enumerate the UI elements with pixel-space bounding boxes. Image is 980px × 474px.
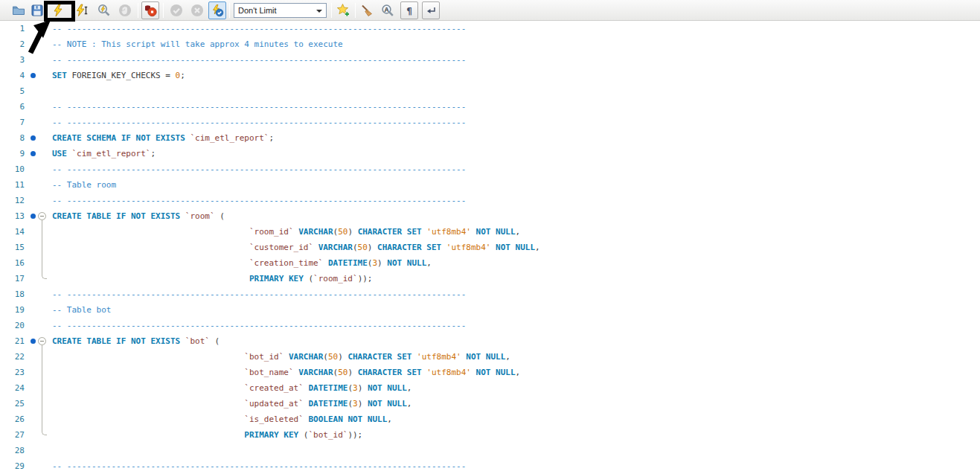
code-line[interactable]: 22 `bot_id` VARCHAR(50) CHARACTER SET 'u… — [0, 349, 980, 365]
code-line[interactable]: 7-- ------------------------------------… — [0, 115, 980, 130]
line-number: 3 — [0, 52, 25, 68]
execute-lightning-icon — [51, 4, 65, 17]
code-line[interactable]: 1-- ------------------------------------… — [0, 21, 980, 36]
fold-collapse-icon[interactable] — [38, 337, 46, 345]
code-line[interactable]: 24 `created_at` DATETIME(3) NOT NULL, — [0, 380, 980, 396]
code-text: `is_deleted` BOOLEAN NOT NULL, — [52, 414, 392, 424]
stop-hand-icon — [118, 4, 132, 17]
code-line[interactable]: 25 `updated_at` DATETIME(3) NOT NULL, — [0, 396, 980, 411]
code-text: -- Table room — [52, 180, 116, 190]
code-line[interactable]: 28 — [0, 443, 980, 458]
svg-text:¶: ¶ — [406, 5, 412, 16]
code-line[interactable]: 8CREATE SCHEMA IF NOT EXISTS `cim_etl_re… — [0, 130, 980, 146]
toggle-autocommit-button[interactable] — [208, 1, 226, 19]
beautify-script-button[interactable] — [358, 1, 376, 19]
code-line[interactable]: 10-- -----------------------------------… — [0, 161, 980, 177]
code-text: `bot_name` VARCHAR(50) CHARACTER SET 'ut… — [52, 368, 520, 377]
code-line[interactable]: 12-- -----------------------------------… — [0, 193, 980, 208]
statement-marker-icon — [31, 151, 36, 156]
code-text: USE `cim_etl_report`; — [52, 149, 156, 158]
code-text: `customer_id` VARCHAR(50) CHARACTER SET … — [52, 243, 540, 252]
line-number: 9 — [0, 146, 25, 161]
code-line[interactable]: 5 — [0, 83, 980, 99]
code-text: -- -------------------------------------… — [52, 321, 466, 330]
code-line[interactable]: 18-- -----------------------------------… — [0, 286, 980, 302]
toggle-stop-on-error-button[interactable] — [141, 1, 159, 19]
line-number: 15 — [0, 240, 25, 255]
explain-plan-button[interactable] — [95, 1, 113, 19]
line-number: 5 — [0, 83, 25, 99]
wrap-return-icon — [425, 4, 437, 16]
fold-extent-line — [42, 220, 47, 279]
line-number: 7 — [0, 115, 25, 130]
toggle-invisibles-button[interactable]: ¶ — [400, 1, 418, 19]
code-text: PRIMARY KEY (`bot_id`)); — [52, 430, 362, 440]
commit-check-icon — [170, 4, 183, 17]
row-limit-dropdown[interactable]: Don't Limit — [234, 3, 327, 18]
statement-marker-icon — [31, 135, 36, 141]
line-number: 20 — [0, 318, 25, 333]
toggle-word-wrap-button[interactable] — [422, 1, 440, 19]
code-text: -- -------------------------------------… — [52, 55, 466, 65]
stop-query-button — [116, 1, 134, 19]
find-panel-button[interactable]: A — [379, 1, 397, 19]
lightning-cursor-icon — [75, 4, 89, 17]
line-number: 26 — [0, 411, 25, 427]
code-text: CREATE SCHEMA IF NOT EXISTS `cim_etl_rep… — [52, 133, 274, 143]
code-line[interactable]: 11-- Table room — [0, 177, 980, 193]
code-text: -- NOTE : This script will take approx 4… — [52, 39, 343, 49]
line-number: 8 — [0, 130, 25, 146]
svg-text:A: A — [384, 5, 388, 13]
code-text: `room_id` VARCHAR(50) CHARACTER SET 'utf… — [52, 227, 520, 237]
code-line[interactable]: 15 `customer_id` VARCHAR(50) CHARACTER S… — [0, 240, 980, 255]
code-line[interactable]: 13CREATE TABLE IF NOT EXISTS `room` ( — [0, 208, 980, 224]
code-line[interactable]: 3-- ------------------------------------… — [0, 52, 980, 68]
code-text: -- Table bot — [52, 305, 111, 315]
execute-script-button[interactable] — [49, 1, 67, 19]
code-line[interactable]: 21CREATE TABLE IF NOT EXISTS `bot` ( — [0, 333, 980, 349]
code-line[interactable]: 4SET FOREIGN_KEY_CHECKS = 0; — [0, 68, 980, 83]
code-line[interactable]: 27 PRIMARY KEY (`bot_id`)); — [0, 427, 980, 443]
code-line[interactable]: 23 `bot_name` VARCHAR(50) CHARACTER SET … — [0, 365, 980, 380]
star-plus-icon — [336, 3, 350, 17]
code-line[interactable]: 16 `creation_time` DATETIME(3) NOT NULL, — [0, 255, 980, 271]
code-line[interactable]: 19-- Table bot — [0, 302, 980, 318]
save-snippet-button[interactable] — [334, 1, 352, 19]
autocommit-check-icon — [211, 4, 224, 17]
line-number: 23 — [0, 365, 25, 380]
code-text: -- -------------------------------------… — [52, 102, 466, 112]
code-text: CREATE TABLE IF NOT EXISTS `bot` ( — [52, 336, 220, 346]
line-number: 10 — [0, 161, 25, 177]
code-line[interactable]: 14 `room_id` VARCHAR(50) CHARACTER SET '… — [0, 224, 980, 240]
code-text: PRIMARY KEY (`room_id`)); — [52, 274, 373, 284]
folder-icon — [12, 4, 25, 17]
toolbar-separator — [355, 3, 356, 18]
statement-marker-icon — [31, 339, 36, 344]
code-text: -- -------------------------------------… — [52, 289, 466, 299]
line-number: 6 — [0, 99, 25, 115]
rollback-button — [188, 1, 206, 19]
code-line[interactable]: 26 `is_deleted` BOOLEAN NOT NULL, — [0, 411, 980, 427]
line-number: 12 — [0, 193, 25, 208]
statement-marker-icon — [31, 73, 36, 78]
rollback-x-icon — [190, 4, 204, 17]
toolbar-separator — [163, 3, 164, 18]
line-number: 25 — [0, 396, 25, 411]
sql-code-editor[interactable]: 1-- ------------------------------------… — [0, 21, 980, 474]
code-line[interactable]: 6-- ------------------------------------… — [0, 99, 980, 115]
toolbar-separator — [138, 3, 138, 18]
open-script-button[interactable] — [10, 1, 28, 19]
save-script-button[interactable] — [28, 1, 46, 19]
save-icon — [31, 4, 44, 17]
code-line[interactable]: 20-- -----------------------------------… — [0, 318, 980, 333]
code-line[interactable]: 2-- NOTE : This script will take approx … — [0, 36, 980, 52]
line-number: 11 — [0, 177, 25, 193]
code-text: -- -------------------------------------… — [52, 461, 466, 471]
code-text: -- -------------------------------------… — [52, 164, 466, 174]
code-line[interactable]: 9USE `cim_etl_report`; — [0, 146, 980, 161]
code-line[interactable]: 29-- -----------------------------------… — [0, 458, 980, 474]
execute-statement-button[interactable] — [73, 1, 91, 19]
code-line[interactable]: 17 PRIMARY KEY (`room_id`)); — [0, 271, 980, 286]
code-text: CREATE TABLE IF NOT EXISTS `room` ( — [52, 211, 225, 221]
fold-collapse-icon[interactable] — [38, 212, 46, 220]
